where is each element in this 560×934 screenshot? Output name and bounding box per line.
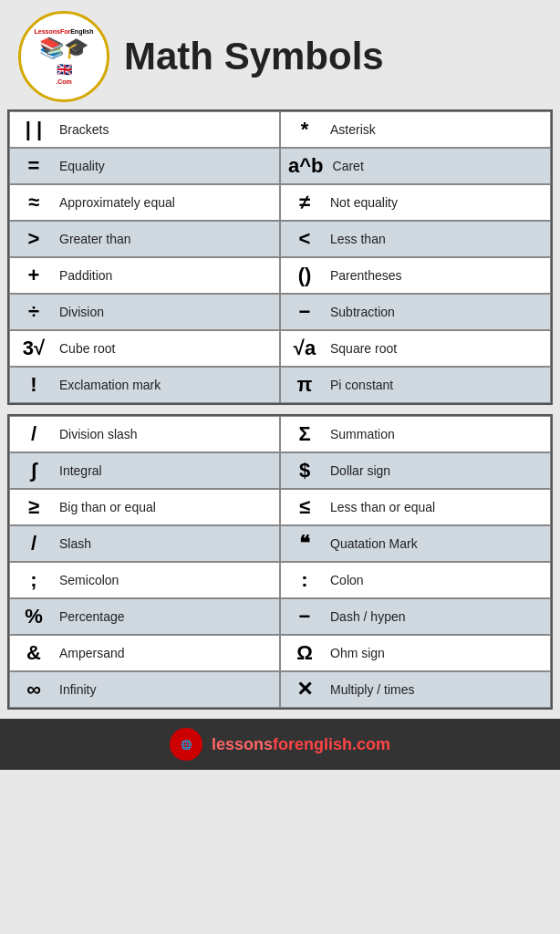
table-row: ≤Less than or equal (280, 489, 551, 525)
cell-symbol: > (17, 227, 50, 251)
logo-books-icon: 📚🎓 (35, 36, 94, 62)
cell-symbol: Σ (288, 422, 321, 446)
table-row: :Colon (280, 562, 551, 598)
table-row: ≠Not equality (280, 184, 551, 221)
cell-label: Summation (330, 426, 395, 442)
table-row: !Exclamation mark (9, 367, 280, 403)
table-row: *Asterisk (280, 111, 551, 148)
cell-symbol: ≈ (17, 191, 50, 214)
cell-label: Slash (59, 535, 91, 552)
table-row: 3√Cube root (9, 330, 280, 367)
logo-inner: LessonsForEnglish 📚🎓 🇬🇧 .Com (35, 27, 94, 87)
page-footer: 🌐 lessonsforenglish.com (0, 719, 560, 770)
cell-symbol: < (288, 227, 321, 251)
cell-label: Square root (330, 340, 397, 357)
cell-label: Colon (330, 572, 364, 588)
table-row: >Greater than (9, 221, 280, 257)
cell-label: Caret (333, 158, 364, 174)
table-section-1: | |Brackets*Asterisk=Equalitya^bCaret≈Ap… (7, 109, 553, 405)
cell-symbol: − (288, 605, 321, 628)
cell-label: Infinity (59, 681, 96, 698)
table-row: √aSquare root (280, 330, 551, 367)
cell-symbol: / (17, 422, 50, 446)
cell-symbol: ≤ (288, 495, 321, 519)
table-row: | |Brackets (9, 111, 280, 148)
table-row: ❝Quatation Mark (280, 525, 551, 562)
cell-symbol: + (17, 264, 50, 287)
cell-symbol: ; (17, 568, 50, 592)
table-row: &Ampersand (9, 635, 280, 671)
cell-label: Big than or equal (59, 499, 156, 515)
cell-label: Brackets (59, 121, 109, 138)
table-row: −Dash / hypen (280, 598, 551, 635)
logo-arc-top: LessonsForEnglish (35, 27, 94, 36)
cell-symbol: : (288, 568, 321, 592)
cell-symbol: π (288, 373, 321, 397)
footer-url: lessonsforenglish.com (212, 735, 390, 754)
table-row: =Equality (9, 148, 280, 184)
table-row: a^bCaret (280, 148, 551, 184)
footer-logo-icon: 🌐 (181, 740, 192, 750)
logo-flag-icon: 🇬🇧 (35, 61, 94, 78)
cell-label: Exclamation mark (59, 377, 161, 393)
cell-symbol: | | (17, 118, 50, 141)
cell-label: Cube root (59, 340, 115, 357)
table-row: +Paddition (9, 257, 280, 294)
page-header: LessonsForEnglish 📚🎓 🇬🇧 .Com Math Symbol… (0, 0, 560, 109)
logo-arc-bottom: .Com (35, 78, 94, 86)
cell-label: Pi constant (330, 377, 393, 393)
table-row: ∫Integral (9, 452, 280, 489)
table-row: ✕Multiply / times (280, 671, 551, 708)
cell-label: Integral (59, 462, 102, 479)
cell-symbol: ≥ (17, 495, 50, 519)
cell-label: Semicolon (59, 572, 119, 588)
cell-symbol: $ (288, 459, 321, 483)
cell-symbol: ∞ (17, 678, 50, 701)
logo: LessonsForEnglish 📚🎓 🇬🇧 .Com (18, 11, 109, 102)
cell-label: Quatation Mark (330, 535, 418, 552)
table-row: ≈Approximately equal (9, 184, 280, 221)
page-title: Math Symbols (124, 35, 384, 78)
table-row: ÷Division (9, 294, 280, 330)
cell-label: Ampersand (59, 645, 125, 661)
cell-symbol: 3√ (17, 337, 50, 360)
cell-symbol: & (17, 641, 50, 665)
cell-label: Multiply / times (330, 681, 415, 698)
table-row: πPi constant (280, 367, 551, 403)
cell-symbol: ❝ (288, 532, 321, 555)
cell-symbol: () (288, 264, 321, 287)
cell-symbol: / (17, 532, 50, 555)
tables-container: | |Brackets*Asterisk=Equalitya^bCaret≈Ap… (0, 109, 560, 710)
cell-label: Equality (59, 158, 105, 174)
cell-symbol: a^b (288, 154, 324, 178)
cell-symbol: − (288, 300, 321, 324)
cell-label: Dollar sign (330, 462, 390, 479)
cell-label: Subtraction (330, 304, 395, 320)
cell-label: Greater than (59, 231, 131, 247)
cell-symbol: ÷ (17, 300, 50, 324)
cell-symbol: ! (17, 373, 50, 397)
table-row: $Dollar sign (280, 452, 551, 489)
cell-symbol: ∫ (17, 459, 50, 483)
cell-label: Division slash (59, 426, 138, 442)
cell-label: Paddition (59, 267, 112, 284)
cell-label: Dash / hypen (330, 608, 406, 625)
cell-symbol: Ω (288, 641, 321, 665)
cell-symbol: % (17, 605, 50, 628)
table-row: ()Parentheses (280, 257, 551, 294)
table-row: ∞Infinity (9, 671, 280, 708)
footer-url-prefix: lessons (212, 735, 273, 753)
cell-symbol: * (288, 118, 321, 141)
table-row: ≥Big than or equal (9, 489, 280, 525)
table-section-2: /Division slashΣSummation∫Integral$Dolla… (7, 414, 553, 710)
footer-url-suffix: forenglish.com (273, 735, 390, 753)
cell-label: Division (59, 304, 104, 320)
table-row: /Division slash (9, 416, 280, 452)
cell-symbol: √a (288, 337, 321, 360)
cell-label: Less than (330, 231, 386, 247)
table-row: −Subtraction (280, 294, 551, 330)
table-row: %Percentage (9, 598, 280, 635)
cell-label: Ohm sign (330, 645, 385, 661)
table-row: ;Semicolon (9, 562, 280, 598)
cell-label: Approximately equal (59, 194, 175, 211)
